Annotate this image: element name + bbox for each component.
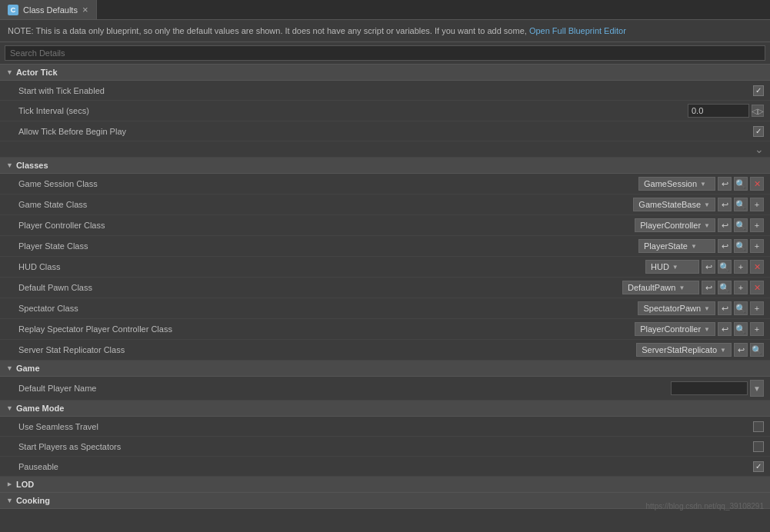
default-pawn-class-label: Default Pawn Class xyxy=(18,283,622,292)
game-state-add-btn[interactable]: + xyxy=(750,198,764,211)
use-seamless-travel-value xyxy=(753,421,764,432)
game-mode-label: Game Mode xyxy=(16,404,64,413)
default-pawn-clear-btn[interactable]: ✕ xyxy=(750,281,764,294)
game-session-reset-btn[interactable]: ↩ xyxy=(718,177,732,191)
player-controller-search-btn[interactable]: 🔍 xyxy=(734,218,748,232)
pauseable-checkbox[interactable] xyxy=(753,461,764,472)
hud-search-btn[interactable]: 🔍 xyxy=(718,260,732,274)
start-with-tick-enabled-label: Start with Tick Enabled xyxy=(18,86,753,95)
replay-spectator-dropdown[interactable]: PlayerController ▼ xyxy=(635,322,715,336)
player-state-add-btn[interactable]: + xyxy=(750,239,764,253)
player-controller-reset-btn[interactable]: ↩ xyxy=(718,218,732,232)
server-stat-dropdown[interactable]: ServerStatReplicato ▼ xyxy=(636,343,732,357)
tab-close-button[interactable]: × xyxy=(82,5,88,15)
default-player-name-label: Default Player Name xyxy=(18,384,671,393)
default-player-name-row: Default Player Name ▼ xyxy=(0,377,770,401)
replay-spectator-add-btn[interactable]: + xyxy=(750,322,764,336)
hud-clear-btn[interactable]: ✕ xyxy=(750,260,764,274)
replay-spectator-class-value: PlayerController ▼ ↩ 🔍 + xyxy=(635,322,764,336)
player-controller-class-row: Player Controller Class PlayerController… xyxy=(0,215,770,236)
game-session-dropdown[interactable]: GameSession ▼ xyxy=(638,177,715,191)
default-pawn-search-btn[interactable]: 🔍 xyxy=(718,281,732,294)
tick-interval-row: Tick Interval (secs) ◁▷ xyxy=(0,101,770,121)
dropdown-arrow: ▼ xyxy=(720,347,726,354)
player-state-reset-btn[interactable]: ↩ xyxy=(718,239,732,253)
default-player-name-input[interactable] xyxy=(671,381,748,395)
allow-tick-before-begin-play-row: Allow Tick Before Begin Play xyxy=(0,121,770,141)
game-session-clear-btn[interactable]: ✕ xyxy=(750,177,764,191)
hud-reset-btn[interactable]: ↩ xyxy=(702,260,715,274)
use-seamless-travel-checkbox[interactable] xyxy=(753,421,764,432)
note-text: NOTE: This is a data only blueprint, so … xyxy=(8,26,527,35)
replay-spectator-search-btn[interactable]: 🔍 xyxy=(734,322,748,336)
start-with-tick-enabled-checkbox[interactable] xyxy=(753,85,764,96)
default-pawn-add-btn[interactable]: + xyxy=(734,281,748,294)
start-with-tick-enabled-row: Start with Tick Enabled xyxy=(0,81,770,101)
game-mode-arrow: ▼ xyxy=(6,404,13,412)
spectator-reset-btn[interactable]: ↩ xyxy=(718,301,732,315)
spectator-add-btn[interactable]: + xyxy=(750,301,764,315)
actor-tick-label: Actor Tick xyxy=(16,68,58,77)
start-players-as-spectators-label: Start Players as Spectators xyxy=(18,442,753,451)
spectator-search-btn[interactable]: 🔍 xyxy=(734,301,748,315)
lod-section-header[interactable]: ▼ LOD xyxy=(0,477,770,493)
replay-spectator-class-label: Replay Spectator Player Controller Class xyxy=(18,324,635,334)
start-players-as-spectators-checkbox[interactable] xyxy=(753,441,764,452)
note-bar: NOTE: This is a data only blueprint, so … xyxy=(0,20,770,42)
dropdown-arrow: ▼ xyxy=(672,264,678,271)
spectator-dropdown[interactable]: SpectatorPawn ▼ xyxy=(638,301,715,315)
game-state-dropdown[interactable]: GameStateBase ▼ xyxy=(633,198,715,211)
classes-label: Classes xyxy=(16,161,48,170)
game-state-class-value: GameStateBase ▼ ↩ 🔍 + xyxy=(633,198,764,211)
default-pawn-dropdown[interactable]: DefaultPawn ▼ xyxy=(622,281,699,294)
player-state-search-btn[interactable]: 🔍 xyxy=(734,239,748,253)
dropdown-arrow: ▼ xyxy=(704,222,710,229)
hud-dropdown[interactable]: HUD ▼ xyxy=(645,260,699,274)
server-stat-class-label: Server Stat Replicator Class xyxy=(18,345,636,354)
game-session-class-label: Game Session Class xyxy=(18,179,638,188)
default-pawn-reset-btn[interactable]: ↩ xyxy=(702,281,715,294)
game-arrow: ▼ xyxy=(6,364,13,372)
tick-interval-input[interactable] xyxy=(688,104,749,118)
server-stat-class-row: Server Stat Replicator Class ServerStatR… xyxy=(0,340,770,361)
server-stat-reset-btn[interactable]: ↩ xyxy=(734,343,748,357)
actor-tick-arrow: ▼ xyxy=(6,68,13,76)
content-area: ▼ Actor Tick Start with Tick Enabled Tic… xyxy=(0,65,770,523)
game-mode-section-header[interactable]: ▼ Game Mode xyxy=(0,401,770,417)
spectator-class-row: Spectator Class SpectatorPawn ▼ ↩ 🔍 + xyxy=(0,298,770,319)
allow-tick-before-begin-play-label: Allow Tick Before Begin Play xyxy=(18,127,753,136)
hud-add-btn[interactable]: + xyxy=(734,260,748,274)
actor-tick-section-header[interactable]: ▼ Actor Tick xyxy=(0,65,770,81)
game-state-search-btn[interactable]: 🔍 xyxy=(734,198,748,211)
player-controller-add-btn[interactable]: + xyxy=(750,218,764,232)
default-player-name-dropdown-btn[interactable]: ▼ xyxy=(750,380,764,397)
search-input[interactable] xyxy=(5,45,765,61)
start-with-tick-enabled-value xyxy=(753,85,764,96)
classes-section-header[interactable]: ▼ Classes xyxy=(0,158,770,174)
game-section-header[interactable]: ▼ Game xyxy=(0,361,770,377)
allow-tick-before-begin-play-value xyxy=(753,126,764,137)
class-defaults-tab[interactable]: C Class Defaults × xyxy=(0,0,97,19)
collapse-arrow[interactable]: ⌄ xyxy=(755,143,764,155)
game-session-search-btn[interactable]: 🔍 xyxy=(734,177,748,191)
actor-tick-divider: ⌄ xyxy=(0,141,770,158)
dropdown-arrow: ▼ xyxy=(678,284,685,291)
spectator-class-value: SpectatorPawn ▼ ↩ 🔍 + xyxy=(638,301,764,315)
use-seamless-travel-row: Use Seamless Travel xyxy=(0,417,770,437)
watermark: https://blog.csdn.net/qq_39108291 xyxy=(646,502,764,510)
player-state-dropdown[interactable]: PlayerState ▼ xyxy=(638,239,715,253)
player-controller-class-value: PlayerController ▼ ↩ 🔍 + xyxy=(635,218,764,232)
open-blueprint-editor-link[interactable]: Open Full Blueprint Editor xyxy=(529,26,626,35)
default-player-name-value: ▼ xyxy=(671,380,764,397)
player-controller-class-label: Player Controller Class xyxy=(18,221,635,230)
replay-spectator-reset-btn[interactable]: ↩ xyxy=(718,322,732,336)
tick-interval-drag-handle[interactable]: ◁▷ xyxy=(752,105,764,117)
allow-tick-before-begin-play-checkbox[interactable] xyxy=(753,126,764,137)
server-stat-search-btn[interactable]: 🔍 xyxy=(750,343,764,357)
classes-arrow: ▼ xyxy=(6,161,13,169)
player-controller-dropdown[interactable]: PlayerController ▼ xyxy=(635,218,715,232)
tick-interval-value: ◁▷ xyxy=(688,104,764,118)
cooking-label: Cooking xyxy=(16,496,50,505)
game-state-reset-btn[interactable]: ↩ xyxy=(718,198,732,211)
dropdown-arrow: ▼ xyxy=(704,305,710,312)
